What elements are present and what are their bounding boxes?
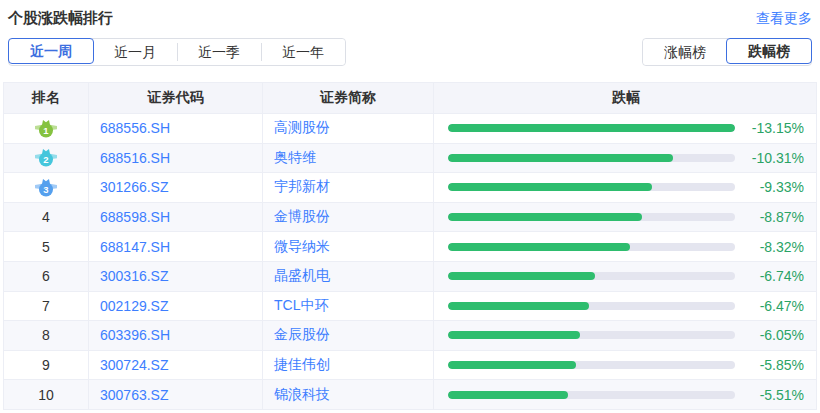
decline-bar-track	[448, 213, 735, 221]
rank-number: 6	[42, 268, 50, 284]
table-header-row: 排名 证券代码 证券简称 跌幅	[4, 83, 816, 113]
decline-percent: -6.47%	[760, 298, 804, 314]
stock-code-link[interactable]: 300316.SZ	[89, 262, 263, 291]
decline-bar-track	[448, 391, 735, 399]
rank-cell: 10	[4, 380, 89, 409]
rank-number: 7	[42, 298, 50, 314]
stock-name-link[interactable]: 晶盛机电	[263, 262, 434, 291]
stock-code-link[interactable]: 300763.SZ	[89, 380, 263, 409]
stock-code-link[interactable]: 301266.SZ	[89, 173, 263, 202]
decline-bar-track	[448, 361, 735, 369]
svg-text:1: 1	[43, 125, 49, 136]
widget-title: 个股涨跌幅排行	[8, 9, 113, 28]
change-cell: -8.32%	[434, 232, 816, 261]
rank-number: 4	[42, 209, 50, 225]
decline-bar-fill	[448, 243, 630, 251]
decline-bar-fill	[448, 331, 580, 339]
tab-last-month[interactable]: 近一月	[93, 39, 177, 65]
decline-bar-track	[448, 154, 735, 162]
decline-bar-track	[448, 243, 735, 251]
stock-name-link[interactable]: 锦浪科技	[263, 380, 434, 409]
column-header-rank: 排名	[4, 83, 89, 113]
stock-name-link[interactable]: 捷佳伟创	[263, 351, 434, 380]
view-more-link[interactable]: 查看更多	[756, 10, 812, 28]
table-row[interactable]: 9 300724.SZ 捷佳伟创 -5.85%	[4, 350, 816, 380]
decline-bar-track	[448, 183, 735, 191]
decline-percent: -13.15%	[752, 120, 804, 136]
decline-percent: -8.87%	[760, 209, 804, 225]
ranking-table: 排名 证券代码 证券简称 跌幅 1 688556.SH 高测股份 -13.15%…	[3, 82, 817, 410]
svg-text:2: 2	[43, 154, 48, 165]
change-cell: -5.51%	[434, 380, 816, 409]
tab-last-year[interactable]: 近一年	[261, 39, 345, 65]
decline-bar-track	[448, 331, 735, 339]
table-row[interactable]: 6 300316.SZ 晶盛机电 -6.74%	[4, 261, 816, 291]
stock-code-link[interactable]: 688516.SH	[89, 144, 263, 173]
change-cell: -5.85%	[434, 351, 816, 380]
column-header-change: 跌幅	[434, 83, 816, 113]
stock-name-link[interactable]: 奥特维	[263, 144, 434, 173]
rank-number: 9	[42, 357, 50, 373]
stock-name-link[interactable]: 微导纳米	[263, 232, 434, 261]
decline-bar-fill	[448, 361, 576, 369]
change-cell: -9.33%	[434, 173, 816, 202]
rank-cell: 3	[4, 173, 89, 202]
table-row[interactable]: 10 300763.SZ 锦浪科技 -5.51%	[4, 379, 816, 409]
change-cell: -6.05%	[434, 321, 816, 350]
column-header-code: 证券代码	[89, 83, 263, 113]
decline-percent: -8.32%	[760, 239, 804, 255]
change-cell: -10.31%	[434, 144, 816, 173]
tab-last-week[interactable]: 近一周	[8, 38, 94, 64]
table-row[interactable]: 3 301266.SZ 宇邦新材 -9.33%	[4, 172, 816, 202]
stock-ranking-widget: 个股涨跌幅排行 查看更多 近一周 近一月 近一季 近一年 涨幅榜 跌幅榜 排名 …	[0, 0, 820, 410]
tab-last-quarter[interactable]: 近一季	[177, 39, 261, 65]
table-row[interactable]: 2 688516.SH 奥特维 -10.31%	[4, 143, 816, 173]
rank-cell: 7	[4, 292, 89, 321]
rank-cell: 2	[4, 144, 89, 173]
rank-1-medal-icon: 1	[34, 118, 58, 139]
decline-percent: -5.51%	[760, 387, 804, 403]
decline-bar-fill	[448, 272, 595, 280]
stock-name-link[interactable]: 高测股份	[263, 114, 434, 143]
decline-bar-fill	[448, 302, 589, 310]
decline-percent: -6.74%	[760, 268, 804, 284]
stock-code-link[interactable]: 300724.SZ	[89, 351, 263, 380]
change-cell: -8.87%	[434, 203, 816, 232]
table-body: 1 688556.SH 高测股份 -13.15% 2 688516.SH 奥特维…	[4, 113, 816, 409]
stock-name-link[interactable]: 金辰股份	[263, 321, 434, 350]
stock-code-link[interactable]: 002129.SZ	[89, 292, 263, 321]
rank-cell: 6	[4, 262, 89, 291]
column-header-name: 证券简称	[263, 83, 434, 113]
decline-bar-track	[448, 302, 735, 310]
toggle-losers[interactable]: 跌幅榜	[726, 38, 812, 64]
controls-row: 近一周 近一月 近一季 近一年 涨幅榜 跌幅榜	[3, 38, 817, 66]
stock-name-link[interactable]: 宇邦新材	[263, 173, 434, 202]
table-row[interactable]: 4 688598.SH 金博股份 -8.87%	[4, 202, 816, 232]
stock-code-link[interactable]: 688147.SH	[89, 232, 263, 261]
toggle-gainers[interactable]: 涨幅榜	[643, 39, 727, 65]
rank-cell: 8	[4, 321, 89, 350]
board-toggle-group: 涨幅榜 跌幅榜	[642, 38, 812, 66]
decline-bar-fill	[448, 391, 568, 399]
rank-number: 5	[42, 239, 50, 255]
decline-bar-track	[448, 124, 735, 132]
table-row[interactable]: 1 688556.SH 高测股份 -13.15%	[4, 113, 816, 143]
change-cell: -6.74%	[434, 262, 816, 291]
rank-cell: 5	[4, 232, 89, 261]
stock-code-link[interactable]: 688598.SH	[89, 203, 263, 232]
stock-code-link[interactable]: 688556.SH	[89, 114, 263, 143]
rank-2-medal-icon: 2	[34, 147, 58, 168]
decline-bar-track	[448, 272, 735, 280]
table-row[interactable]: 7 002129.SZ TCL中环 -6.47%	[4, 291, 816, 321]
decline-bar-fill	[448, 183, 652, 191]
rank-cell: 4	[4, 203, 89, 232]
table-row[interactable]: 8 603396.SH 金辰股份 -6.05%	[4, 320, 816, 350]
stock-name-link[interactable]: TCL中环	[263, 292, 434, 321]
decline-percent: -9.33%	[760, 179, 804, 195]
table-row[interactable]: 5 688147.SH 微导纳米 -8.32%	[4, 231, 816, 261]
decline-percent: -6.05%	[760, 327, 804, 343]
stock-code-link[interactable]: 603396.SH	[89, 321, 263, 350]
decline-percent: -10.31%	[752, 150, 804, 166]
stock-name-link[interactable]: 金博股份	[263, 203, 434, 232]
svg-text:3: 3	[43, 184, 48, 195]
